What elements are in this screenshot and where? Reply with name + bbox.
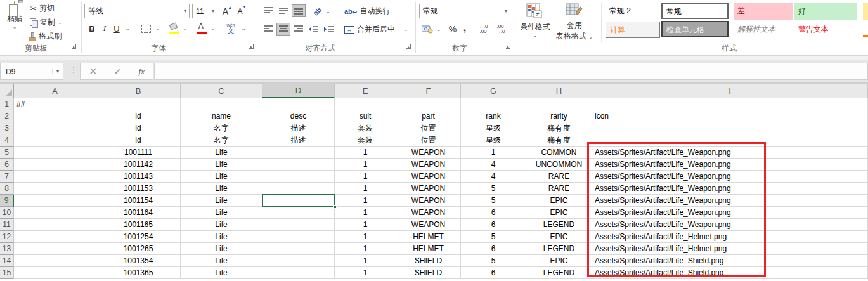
cell-H2[interactable]: rarity xyxy=(526,110,592,122)
paste-dropdown-arrow[interactable]: ⌄ xyxy=(3,24,27,30)
cell-D13[interactable] xyxy=(262,243,335,255)
cut-button[interactable]: ✂ 剪切 xyxy=(30,3,55,15)
cell-D11[interactable] xyxy=(262,219,335,231)
cell-C1[interactable] xyxy=(181,98,262,110)
cell-B10[interactable]: 1001164 xyxy=(96,207,181,219)
cell-I15[interactable]: Assets/Sprites/Artifact/Life_Shield.png xyxy=(592,267,868,279)
cell-E3[interactable]: 套装 xyxy=(335,122,396,134)
insert-function-icon[interactable]: fx xyxy=(139,67,145,77)
column-header-D[interactable]: D xyxy=(262,84,335,98)
cell-style-neutral-partial[interactable] xyxy=(863,3,868,20)
row-header-14[interactable]: 14 xyxy=(0,255,14,267)
clipboard-dialog-launcher[interactable] xyxy=(71,44,77,50)
cell-I3[interactable] xyxy=(592,122,868,134)
cell-D4[interactable]: 描述 xyxy=(262,134,335,147)
row-header-12[interactable]: 12 xyxy=(0,231,14,243)
decrease-indent-button[interactable] xyxy=(307,24,320,35)
conditional-formatting-button[interactable]: ≠ 条件格式 ⌄ xyxy=(517,2,554,42)
formula-input[interactable] xyxy=(154,63,868,80)
cell-G15[interactable]: 6 xyxy=(461,267,526,279)
cell-A5[interactable] xyxy=(14,147,96,159)
cell-E5[interactable]: 1 xyxy=(335,147,396,159)
column-header-I[interactable]: I xyxy=(592,84,868,98)
italic-button[interactable]: I xyxy=(100,22,110,36)
cell-E10[interactable]: 1 xyxy=(335,207,396,219)
cell-D12[interactable] xyxy=(262,231,335,243)
row-header-8[interactable]: 8 xyxy=(0,183,14,195)
cell-A12[interactable] xyxy=(14,231,96,243)
cell-G8[interactable]: 5 xyxy=(461,183,526,195)
enter-icon[interactable]: ✓ xyxy=(113,65,122,77)
number-format-dropdown-arrow[interactable]: ▾ xyxy=(502,8,510,14)
column-header-B[interactable]: B xyxy=(96,84,181,98)
cell-C12[interactable]: Life xyxy=(181,231,262,243)
cell-G2[interactable]: rank xyxy=(461,110,526,122)
cell-style-explanatory[interactable]: 解释性文本 xyxy=(734,22,793,38)
align-right-button[interactable] xyxy=(292,23,306,36)
cell-F9[interactable]: WEAPON xyxy=(396,195,461,207)
font-color-dropdown-arrow[interactable]: ⌄ xyxy=(209,22,217,36)
underline-button[interactable]: U xyxy=(111,22,122,36)
number-dialog-launcher[interactable] xyxy=(505,44,512,50)
cell-I6[interactable]: Assets/Sprites/Artifact/Life_Weapon.png xyxy=(592,159,868,171)
row-header-2[interactable]: 2 xyxy=(0,110,14,122)
cell-C10[interactable]: Life xyxy=(181,207,262,219)
font-dialog-launcher[interactable] xyxy=(249,44,255,50)
cell-E2[interactable]: suit xyxy=(335,110,396,122)
cell-D15[interactable] xyxy=(262,267,335,279)
align-left-button[interactable] xyxy=(261,23,275,36)
row-header-11[interactable]: 11 xyxy=(0,219,14,231)
cancel-icon[interactable]: ✕ xyxy=(89,65,97,77)
cell-I11[interactable]: Assets/Sprites/Artifact/Life_Weapon.png xyxy=(592,219,868,231)
cell-F1[interactable] xyxy=(396,98,461,110)
column-header-E[interactable]: E xyxy=(335,84,396,98)
cell-E12[interactable]: 1 xyxy=(335,231,396,243)
cell-E13[interactable]: 1 xyxy=(335,243,396,255)
cell-B11[interactable]: 1001165 xyxy=(96,219,181,231)
name-box[interactable]: D9 ▾ xyxy=(0,63,63,80)
cell-E1[interactable] xyxy=(335,98,396,110)
cell-B15[interactable]: 1001365 xyxy=(96,267,181,279)
cell-E8[interactable]: 1 xyxy=(335,183,396,195)
alignment-dialog-launcher[interactable] xyxy=(406,44,412,50)
row-header-10[interactable]: 10 xyxy=(0,207,14,219)
cell-F14[interactable]: SHIELD xyxy=(396,255,461,267)
cell-I14[interactable]: Assets/Sprites/Artifact/Life_Shield.png xyxy=(592,255,868,267)
cell-H14[interactable]: EPIC xyxy=(526,255,592,267)
cell-E4[interactable]: 套装 xyxy=(335,134,396,147)
cell-D14[interactable] xyxy=(262,255,335,267)
cell-H1[interactable] xyxy=(526,98,592,110)
column-header-G[interactable]: G xyxy=(461,84,526,98)
cell-G5[interactable]: 1 xyxy=(461,147,526,159)
cell-B8[interactable]: 1001153 xyxy=(96,183,181,195)
row-header-3[interactable]: 3 xyxy=(0,122,14,134)
name-box-dropdown-arrow[interactable]: ▾ xyxy=(52,69,63,74)
number-format-combo[interactable]: 常规 ▾ xyxy=(419,4,510,18)
cell-C13[interactable]: Life xyxy=(181,243,262,255)
cell-B12[interactable]: 1001254 xyxy=(96,231,181,243)
cell-C2[interactable]: name xyxy=(181,110,262,122)
cell-B14[interactable]: 1001354 xyxy=(96,255,181,267)
cell-I7[interactable]: Assets/Sprites/Artifact/Life_Weapon.png xyxy=(592,171,868,183)
align-center-button[interactable] xyxy=(276,23,290,36)
cell-style-normal2[interactable]: 常规 2 xyxy=(606,3,657,20)
cell-D7[interactable] xyxy=(262,171,335,183)
cell-H9[interactable]: EPIC xyxy=(526,195,592,207)
cell-G6[interactable]: 4 xyxy=(461,159,526,171)
cell-H5[interactable]: COMMON xyxy=(526,147,592,159)
cell-style-calculation[interactable]: 计算 xyxy=(606,22,660,38)
cell-C4[interactable]: 名字 xyxy=(181,134,262,147)
cell-H3[interactable]: 稀有度 xyxy=(526,122,592,134)
cell-E7[interactable]: 1 xyxy=(335,171,396,183)
cell-D9[interactable] xyxy=(262,195,335,207)
cell-F5[interactable]: WEAPON xyxy=(396,147,461,159)
cell-style-warning[interactable]: 警告文本 xyxy=(794,22,857,38)
accounting-format-icon[interactable] xyxy=(420,23,434,36)
align-top-button[interactable] xyxy=(261,4,275,17)
cell-D5[interactable] xyxy=(262,147,335,159)
cell-I10[interactable]: Assets/Sprites/Artifact/Life_Weapon.png xyxy=(592,207,868,219)
format-as-table-dropdown-arrow[interactable]: ⌄ xyxy=(588,34,593,40)
underline-dropdown-arrow[interactable]: ⌄ xyxy=(124,22,131,36)
conditional-formatting-dropdown-arrow[interactable]: ⌄ xyxy=(517,32,554,38)
cell-E15[interactable]: 1 xyxy=(335,267,396,279)
